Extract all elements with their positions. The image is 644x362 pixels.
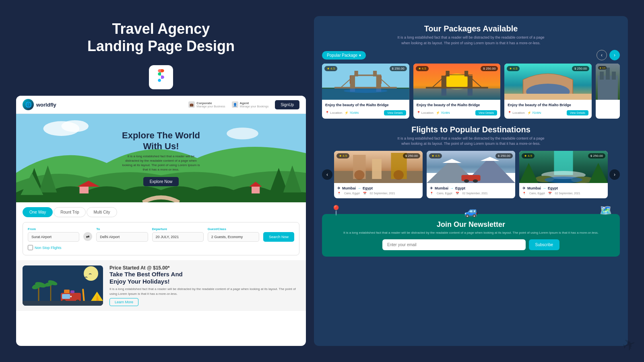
- lightning-icon: ⚡: [527, 111, 531, 115]
- newsletter-form: Subscribe: [382, 239, 559, 250]
- svg-rect-59: [413, 88, 501, 100]
- view-details-button[interactable]: View Details: [567, 110, 588, 115]
- price-badge: $ 250.00: [481, 66, 498, 71]
- agent-link[interactable]: 👤 Agent Manage your Bookings: [232, 101, 269, 108]
- hero-description: It is a long established fact that a rea…: [121, 154, 201, 172]
- svg-rect-31: [23, 301, 103, 306]
- flight-next-button[interactable]: ›: [609, 169, 620, 180]
- flight-route: ✈ Mumbai → Egypt: [337, 186, 419, 190]
- explore-button[interactable]: Explore Now: [143, 177, 179, 186]
- package-card: ★ 4.5 $ 250.00 Enjoy the beauty of the R…: [413, 64, 501, 119]
- nav-links: 💼 Corporate Manage your Business 👤 Agent…: [188, 100, 299, 109]
- flight-route: ✈ Mumbai → Egypt: [430, 186, 512, 190]
- package-card: ★ 4.5 $ 250.00 Enjoy the beauty of the R…: [322, 64, 409, 119]
- package-prev-button[interactable]: ‹: [597, 50, 607, 60]
- svg-rect-55: [464, 71, 468, 76]
- location-pin-icon: 📍: [325, 111, 329, 115]
- guest-label: Guest/Class: [208, 227, 259, 231]
- flight-image: ★ 4.5 $ 250.00: [519, 151, 608, 183]
- car-decoration-row: 📍 🚙 🗺️: [322, 205, 620, 218]
- package-image: ★ 4.5 $ 250.00: [322, 64, 409, 100]
- package-meta: 📍 Location ⚡ 7D/8N View Details: [508, 110, 588, 115]
- guest-input[interactable]: [208, 232, 259, 242]
- flight-details: 📍 Cairo, Egypt 📅 02 September, 2021: [337, 192, 419, 195]
- svg-point-2: [62, 120, 89, 132]
- promo-description: It is a long established fact that a rea…: [109, 287, 299, 296]
- package-location: 📍 Location ⚡ 7D/8N: [508, 111, 541, 115]
- tour-packages-description: It is a long established fact that a rea…: [394, 35, 547, 46]
- view-details-button[interactable]: View Details: [384, 110, 406, 115]
- main-title: Travel Agency Landing Page Design: [16, 20, 306, 55]
- swap-button[interactable]: ⇄: [83, 232, 92, 241]
- flight-info: ✈ Mumbai → Egypt 📍 Cairo, Egypt 📅 02 Sep…: [427, 183, 515, 198]
- flight-prev-button[interactable]: ‹: [322, 169, 332, 180]
- to-input[interactable]: [96, 232, 148, 242]
- search-button[interactable]: Search Now: [263, 232, 294, 242]
- learn-more-button[interactable]: Learn More: [109, 298, 138, 306]
- flight-route: ✈ Mumbai → Egypt: [522, 186, 605, 190]
- svg-rect-66: [612, 72, 616, 80]
- svg-rect-21: [62, 294, 70, 299]
- popular-badge[interactable]: Popular Package ▾: [322, 51, 366, 60]
- nonstop-checkbox[interactable]: [28, 245, 33, 250]
- departure-input[interactable]: [152, 232, 204, 242]
- lightning-icon: ⚡: [436, 111, 440, 115]
- svg-rect-26: [64, 290, 70, 293]
- figma-logo: [149, 65, 173, 89]
- view-details-button[interactable]: View Details: [475, 110, 497, 115]
- map-pin-left-icon: 📍: [330, 205, 342, 218]
- from-field: From: [28, 227, 79, 242]
- rating-badge: ★ 4.5: [507, 66, 520, 71]
- subscribe-button[interactable]: Subscribe: [529, 239, 559, 250]
- price-badge: $ 250.00: [588, 153, 605, 158]
- svg-point-83: [473, 179, 478, 183]
- tab-one-way[interactable]: One Way: [23, 207, 53, 217]
- corporate-icon: 💼: [188, 101, 195, 108]
- flight-details: 📍 Cairo, Egypt 📅 02 September, 2021: [430, 192, 512, 195]
- hero-heading: Explore The World With Us!: [121, 130, 201, 152]
- svg-rect-9: [80, 187, 89, 193]
- svg-rect-11: [252, 187, 260, 193]
- to-label: To: [96, 227, 148, 231]
- svg-rect-38: [334, 87, 397, 88]
- flight-card: ★ 4.5 $ 250.00 ✈ Mumbai → Egypt: [519, 151, 608, 198]
- flights-grid: ★ 4.5 $ 250.00 ✈ Mumbai → Egypt: [322, 151, 620, 198]
- package-next-button[interactable]: ›: [609, 50, 620, 60]
- flight-image: ★ 4.5 $ 250.00: [334, 151, 423, 183]
- promo-text: Price Started At @ $15.00* Take The Best…: [109, 265, 299, 306]
- flights-header: Flights to Popular Destinations It is a …: [322, 125, 620, 147]
- departure-field: Departure: [152, 227, 204, 242]
- package-card: ★ 4.5: [596, 64, 620, 119]
- package-title: Enjoy the beauty of the Rialto Bridge: [417, 103, 497, 108]
- newsletter-description: It is a long established fact that a rea…: [330, 230, 612, 235]
- newsletter-section: Join Our Newsletter It is a long establi…: [322, 214, 620, 257]
- calendar-icon: 📅: [548, 192, 552, 195]
- newsletter-wrapper: 📍 🚙 🗺️ Join Our Newsletter It is a long …: [322, 205, 620, 257]
- mockup-card: 🌐 worldfly 💼 Corporate Manage your Busin…: [16, 96, 306, 346]
- calendar-icon: 📅: [363, 192, 367, 195]
- svg-point-48: [344, 89, 387, 93]
- flight-card: ★ 4.5 $ 250.00 ✈ Mumbai → Egypt: [427, 151, 515, 198]
- packages-controls: Popular Package ▾ ‹ ›: [322, 50, 620, 60]
- rating-badge: ★ 4.5: [522, 153, 535, 158]
- tab-multi-city[interactable]: Multi City: [87, 207, 117, 217]
- price-badge: $ 250.00: [572, 66, 589, 71]
- car-icon: 🚙: [464, 205, 478, 218]
- plane-icon: ✈: [522, 186, 526, 190]
- flight-details: 📍 Cairo, Egypt 📅 02 September, 2021: [522, 192, 605, 195]
- svg-point-74: [394, 170, 404, 180]
- location-pin-icon: 📍: [430, 192, 433, 195]
- newsletter-title: Join Our Newsletter: [330, 220, 612, 229]
- flight-card: ★ 4.5 $ 250.00 ✈ Mumbai → Egypt: [334, 151, 423, 198]
- signup-button[interactable]: SignUp: [275, 100, 299, 109]
- location-pin-icon: 📍: [337, 192, 341, 195]
- from-input[interactable]: [28, 232, 79, 242]
- newsletter-email-input[interactable]: [382, 239, 526, 250]
- promo-heading: Take The Best Offers And Enjoy Your Holi…: [109, 271, 299, 285]
- tab-round-trip[interactable]: Rount Trip: [54, 207, 86, 217]
- package-info: Enjoy the beauty of the Rialto Bridge 📍 …: [504, 100, 592, 119]
- to-field: To: [96, 227, 148, 242]
- agent-icon: 👤: [232, 101, 238, 108]
- corporate-link[interactable]: 💼 Corporate Manage your Business: [188, 101, 225, 108]
- svg-point-30: [84, 266, 98, 281]
